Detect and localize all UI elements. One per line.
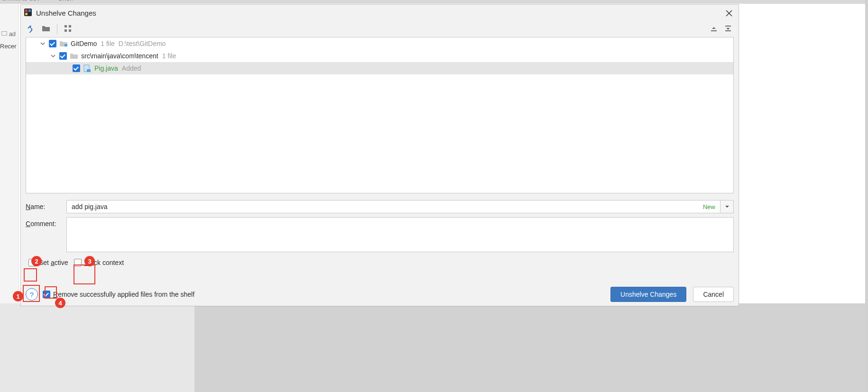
set-active-pre: Set bbox=[39, 259, 51, 266]
set-active-option[interactable]: Set active bbox=[28, 259, 68, 266]
svg-rect-9 bbox=[65, 29, 67, 32]
track-context-label: Track context bbox=[84, 259, 124, 266]
options-row: Set active Track context bbox=[28, 259, 734, 266]
track-context-option[interactable]: Track context bbox=[74, 259, 124, 266]
java-file-icon bbox=[83, 64, 92, 72]
set-active-checkbox[interactable] bbox=[28, 259, 36, 266]
bg-left-item[interactable]: ad bbox=[1, 30, 16, 37]
toolbar-separator bbox=[57, 24, 57, 35]
bg-topbar bbox=[0, 0, 868, 4]
app-icon bbox=[24, 8, 32, 18]
svg-rect-5 bbox=[28, 9, 31, 12]
svg-rect-7 bbox=[65, 25, 67, 27]
changes-tree[interactable]: GitDemo 1 file D:\test\GitDemo src\main\… bbox=[26, 37, 734, 193]
tree-package-row[interactable]: src\main\java\com\tencent 1 file bbox=[26, 50, 733, 62]
file-status: Added bbox=[122, 64, 141, 72]
set-active-ul: a bbox=[51, 259, 55, 266]
file-name: Pig.java bbox=[94, 64, 118, 72]
set-active-label: Set active bbox=[39, 259, 68, 266]
root-path: D:\test\GitDemo bbox=[119, 40, 166, 47]
name-label-ul: N bbox=[26, 203, 30, 210]
comment-label-rest: omment: bbox=[30, 220, 56, 228]
folder-icon bbox=[70, 52, 78, 60]
close-button[interactable] bbox=[723, 8, 735, 19]
root-name: GitDemo bbox=[71, 40, 97, 47]
expand-all-icon[interactable] bbox=[710, 25, 718, 34]
remove-applied-label: Remove successfully applied files from t… bbox=[53, 291, 194, 298]
root-count: 1 file bbox=[101, 40, 115, 47]
name-label: Name: bbox=[26, 200, 66, 210]
track-context-checkbox[interactable] bbox=[74, 259, 82, 266]
new-badge: New bbox=[703, 203, 715, 210]
package-checkbox[interactable] bbox=[59, 52, 67, 60]
svg-rect-14 bbox=[65, 44, 67, 46]
unshelve-button[interactable]: Unshelve Changes bbox=[610, 287, 686, 302]
folder-icon[interactable] bbox=[42, 25, 50, 34]
name-input-value: add pig.java bbox=[72, 203, 108, 210]
name-label-rest: ame: bbox=[30, 203, 45, 210]
svg-rect-4 bbox=[25, 9, 28, 12]
name-input[interactable]: add pig.java New bbox=[66, 200, 720, 213]
dialog-title: Unshelve Changes bbox=[36, 9, 96, 17]
bg-left-item-label: ad bbox=[9, 30, 16, 37]
folder-icon bbox=[59, 40, 68, 47]
cancel-button[interactable]: Cancel bbox=[693, 287, 734, 302]
dialog-toolbar bbox=[21, 21, 739, 37]
comment-label-ul: C bbox=[26, 220, 30, 228]
help-button[interactable]: ? bbox=[26, 288, 38, 301]
dialog-bottom-row: ? Remove successfully applied files from… bbox=[21, 287, 739, 302]
comment-input[interactable] bbox=[66, 217, 734, 252]
root-checkbox[interactable] bbox=[49, 40, 56, 47]
track-post: rack context bbox=[88, 259, 124, 266]
bg-tab-commit[interactable]: ommit to dev bbox=[2, 0, 40, 2]
form-area: Name: add pig.java New Comment: Set ac bbox=[21, 193, 739, 266]
dialog-titlebar: Unshelve Changes bbox=[21, 5, 739, 21]
unshelve-button-label: Unshelve Changes bbox=[620, 291, 676, 298]
remove-applied-checkbox[interactable] bbox=[43, 291, 50, 298]
svg-rect-6 bbox=[25, 13, 28, 15]
bg-bottom-overlay bbox=[194, 303, 868, 392]
tree-root-row[interactable]: GitDemo 1 file D:\test\GitDemo bbox=[26, 37, 733, 50]
remove-applied-option[interactable]: Remove successfully applied files from t… bbox=[43, 291, 194, 298]
chevron-down-icon[interactable] bbox=[50, 54, 56, 58]
bg-tabs: ommit to dev Shelf bbox=[0, 0, 73, 2]
bg-recent-label: Recer bbox=[0, 43, 17, 50]
set-active-post: ctive bbox=[55, 259, 68, 266]
pin-icon[interactable] bbox=[27, 24, 35, 35]
svg-rect-12 bbox=[725, 26, 731, 27]
grid-icon[interactable] bbox=[64, 25, 72, 34]
remove-post: emove successfully applied files from th… bbox=[58, 291, 194, 298]
bg-tab-shelf[interactable]: Shelf bbox=[58, 0, 73, 2]
unshelve-dialog: Unshelve Changes bbox=[20, 4, 739, 306]
svg-rect-11 bbox=[711, 30, 717, 31]
svg-rect-2 bbox=[2, 32, 7, 36]
package-name: src\main\java\com\tencent bbox=[81, 52, 158, 60]
svg-rect-16 bbox=[87, 69, 91, 72]
svg-rect-8 bbox=[69, 25, 71, 27]
chevron-down-icon[interactable] bbox=[39, 41, 46, 46]
track-ul: T bbox=[84, 259, 88, 266]
remove-ul: R bbox=[53, 291, 58, 298]
bg-right-bar bbox=[865, 0, 868, 392]
collapse-all-icon[interactable] bbox=[724, 25, 732, 34]
file-checkbox[interactable] bbox=[73, 64, 80, 72]
comment-label: Comment: bbox=[26, 217, 66, 228]
name-dropdown-button[interactable] bbox=[720, 200, 734, 213]
tree-file-row[interactable]: Pig.java Added bbox=[26, 62, 733, 74]
svg-rect-13 bbox=[725, 30, 731, 31]
package-count: 1 file bbox=[162, 52, 176, 60]
svg-rect-10 bbox=[69, 29, 71, 32]
cancel-button-label: Cancel bbox=[703, 291, 724, 298]
